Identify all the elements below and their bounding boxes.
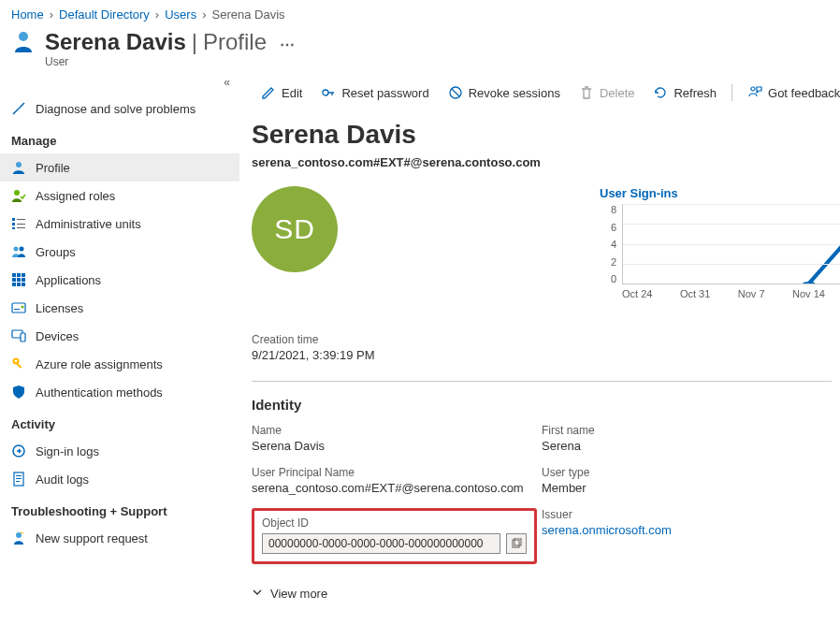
sidebar-heading-troubleshoot: Troubleshooting + Support bbox=[0, 493, 239, 524]
svg-rect-12 bbox=[17, 273, 21, 277]
breadcrumb-directory[interactable]: Default Directory bbox=[59, 7, 150, 22]
sidebar-item-label: Groups bbox=[36, 245, 76, 259]
copy-icon bbox=[511, 538, 522, 549]
key-icon bbox=[321, 85, 336, 100]
sidebar-item-label: Assigned roles bbox=[36, 189, 115, 203]
sidebar-item-licenses[interactable]: Licenses bbox=[0, 294, 239, 322]
chart-plot bbox=[622, 204, 840, 284]
copy-objectid-button[interactable] bbox=[506, 533, 527, 554]
svg-rect-17 bbox=[12, 283, 16, 286]
signins-chart-title[interactable]: User Sign-ins bbox=[600, 186, 840, 204]
svg-point-37 bbox=[751, 87, 755, 91]
svg-point-38 bbox=[803, 282, 815, 283]
sidebar-item-applications[interactable]: Applications bbox=[0, 266, 239, 294]
sidebar-item-label: Profile bbox=[36, 161, 70, 175]
svg-rect-14 bbox=[12, 278, 16, 282]
avatar-initials: SD bbox=[274, 213, 315, 245]
command-bar: Edit Reset password Revoke sessions Dele… bbox=[252, 74, 840, 114]
sidebar-heading-manage: Manage bbox=[0, 123, 239, 153]
toolbar-label: Revoke sessions bbox=[469, 86, 560, 100]
y-tick: 4 bbox=[611, 239, 616, 250]
svg-point-26 bbox=[15, 360, 18, 363]
pencil-icon bbox=[261, 85, 276, 100]
sidebar-item-label: Azure role assignments bbox=[36, 357, 163, 371]
sidebar-item-groups[interactable]: Groups bbox=[0, 238, 239, 266]
chart-y-axis: 8 6 4 2 0 bbox=[600, 204, 616, 284]
breadcrumb-users[interactable]: Users bbox=[165, 7, 196, 22]
svg-point-0 bbox=[19, 32, 28, 41]
avatar: SD bbox=[252, 186, 338, 272]
page-header: Serena Davis | Profile ⋯ User bbox=[0, 25, 840, 74]
svg-rect-4 bbox=[12, 223, 15, 225]
sidebar-item-devices[interactable]: Devices bbox=[0, 322, 239, 350]
svg-rect-13 bbox=[22, 273, 25, 277]
sidebar-item-label: Authentication methods bbox=[36, 385, 163, 400]
svg-rect-34 bbox=[21, 532, 23, 533]
sidebar-item-auth-methods[interactable]: Authentication methods bbox=[0, 378, 239, 406]
svg-rect-3 bbox=[12, 218, 15, 221]
identity-objectid-input[interactable] bbox=[262, 533, 500, 554]
svg-rect-30 bbox=[16, 475, 22, 476]
svg-point-2 bbox=[14, 190, 20, 196]
sidebar-item-profile[interactable]: Profile bbox=[0, 153, 239, 182]
groups-icon bbox=[11, 244, 26, 259]
sidebar-item-assigned-roles[interactable]: Assigned roles bbox=[0, 182, 239, 210]
identity-grid: Name Serena Davis First name Serena User… bbox=[252, 424, 832, 577]
view-more-button[interactable]: View more bbox=[252, 577, 327, 601]
sidebar-item-diagnose[interactable]: Diagnose and solve problems bbox=[0, 94, 239, 123]
sidebar-item-admin-units[interactable]: Administrative units bbox=[0, 210, 239, 238]
chevron-right-icon: › bbox=[50, 7, 53, 22]
sidebar-item-label: Licenses bbox=[36, 301, 83, 315]
y-tick: 8 bbox=[611, 204, 616, 215]
more-actions-button[interactable]: ⋯ bbox=[272, 36, 295, 53]
identity-issuer-label: Issuer bbox=[542, 508, 832, 521]
signin-icon bbox=[11, 443, 26, 458]
section-identity-heading: Identity bbox=[252, 397, 840, 424]
collapse-sidebar-button[interactable]: « bbox=[224, 76, 230, 89]
delete-button: Delete bbox=[570, 81, 644, 104]
creation-time-label: Creation time bbox=[252, 333, 840, 346]
feedback-button[interactable]: Got feedback? bbox=[738, 81, 840, 104]
sidebar-item-audit-logs[interactable]: Audit logs bbox=[0, 465, 239, 493]
svg-rect-16 bbox=[22, 278, 25, 282]
refresh-icon bbox=[653, 85, 668, 100]
svg-point-1 bbox=[16, 162, 22, 167]
identity-name-value: Serena Davis bbox=[252, 437, 542, 453]
identity-usertype-label: User type bbox=[542, 466, 832, 479]
x-tick: Oct 24 bbox=[622, 288, 652, 307]
breadcrumb: Home › Default Directory › Users › Seren… bbox=[0, 0, 840, 25]
refresh-button[interactable]: Refresh bbox=[644, 81, 726, 104]
identity-firstname-label: First name bbox=[542, 424, 832, 437]
reset-password-button[interactable]: Reset password bbox=[311, 81, 438, 104]
identity-usertype-value: Member bbox=[542, 479, 832, 495]
sidebar-item-label: Applications bbox=[36, 273, 101, 287]
svg-rect-31 bbox=[16, 478, 22, 479]
creation-time-value: 9/21/2021, 3:39:19 PM bbox=[252, 346, 840, 362]
y-tick: 0 bbox=[611, 273, 616, 284]
revoke-sessions-button[interactable]: Revoke sessions bbox=[439, 81, 570, 104]
sidebar-item-azure-roles[interactable]: Azure role assignments bbox=[0, 350, 239, 378]
sidebar-item-label: Diagnose and solve problems bbox=[36, 102, 196, 116]
sidebar-item-label: Sign-in logs bbox=[36, 444, 99, 458]
sidebar-item-new-support[interactable]: New support request bbox=[0, 524, 239, 552]
revoke-icon bbox=[448, 85, 463, 100]
main-content: Edit Reset password Revoke sessions Dele… bbox=[239, 74, 840, 619]
identity-issuer-link[interactable]: serena.onmicrosoft.com bbox=[542, 523, 672, 537]
chevron-right-icon: › bbox=[202, 7, 206, 22]
y-tick: 6 bbox=[611, 222, 616, 233]
svg-point-35 bbox=[323, 90, 328, 95]
wrench-icon bbox=[11, 101, 26, 116]
page-title-name: Serena Davis bbox=[45, 29, 186, 55]
svg-rect-7 bbox=[17, 224, 25, 225]
view-more-label: View more bbox=[270, 587, 327, 601]
feedback-icon bbox=[747, 85, 762, 100]
page-title-section: Profile bbox=[203, 29, 267, 55]
identity-firstname-value: Serena bbox=[542, 437, 832, 453]
sidebar-item-signin-logs[interactable]: Sign-in logs bbox=[0, 437, 239, 465]
sidebar-item-label: New support request bbox=[36, 531, 148, 545]
edit-button[interactable]: Edit bbox=[252, 81, 311, 104]
breadcrumb-home[interactable]: Home bbox=[11, 7, 44, 22]
svg-point-9 bbox=[14, 247, 19, 252]
identity-objectid-highlight: Object ID bbox=[252, 508, 537, 564]
person-icon bbox=[11, 160, 26, 175]
